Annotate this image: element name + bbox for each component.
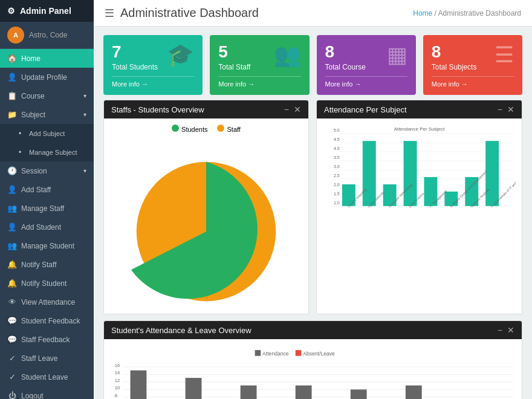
attendance-close-btn[interactable]: ✕	[507, 325, 514, 335]
stat-icon: ☰	[495, 42, 514, 68]
username: Astro, Code	[29, 31, 67, 39]
sidebar-item-logout[interactable]: ⏻ Logout	[0, 386, 94, 399]
manage-student-icon: 👥	[7, 241, 17, 250]
stats-row: 7 Total Students 🎓 More info → 5 Total S…	[94, 27, 532, 100]
breadcrumb-current: Administrative Dashboard	[438, 9, 521, 18]
sidebar-user: A Astro, Code	[0, 22, 94, 49]
attendance-svg: Attendance Absent/Leave 0 2 4 6 8 10 12 …	[110, 345, 516, 399]
breadcrumb-home[interactable]: Home	[413, 9, 432, 18]
sidebar-item-view-attendance[interactable]: 👁 View Attendance	[0, 293, 94, 311]
pie-minimize-btn[interactable]: −	[284, 105, 289, 114]
sidebar-item-subject[interactable]: 📁 Subject ▾	[0, 105, 94, 124]
add-student-icon: 👤	[7, 222, 17, 232]
nav-label: Course	[21, 92, 45, 100]
svg-rect-70	[351, 390, 367, 399]
nav-label: Student Feedback	[21, 317, 80, 325]
menu-toggle[interactable]: ☰	[105, 7, 114, 20]
sidebar-item-student-leave[interactable]: ✓ Student Leave	[0, 368, 94, 386]
sidebar-item-manage-subject[interactable]: • Manage Subject	[0, 143, 94, 161]
bar-subject-controls: − ✕	[498, 105, 514, 114]
pie-svg	[110, 138, 302, 306]
stat-footer[interactable]: More info →	[325, 76, 407, 88]
manage-subject-icon: •	[15, 148, 25, 157]
sidebar-item-notify-staff[interactable]: 🔔 Notify Staff	[0, 255, 94, 274]
svg-text:8: 8	[115, 393, 117, 398]
pie-close-btn[interactable]: ✕	[294, 105, 301, 114]
subject-icon: 📁	[7, 110, 17, 119]
nav-label: Staff Leave	[21, 354, 58, 363]
legend-staff: Staff	[217, 125, 240, 133]
sidebar-item-home[interactable]: 🏠 Home	[0, 49, 94, 68]
svg-rect-64	[241, 386, 257, 399]
sidebar-header: ⚙ Admin Panel	[0, 0, 94, 22]
attendance-minimize-btn[interactable]: −	[498, 325, 502, 335]
attendance-box: Student's Attendance & Leave Overview − …	[103, 320, 522, 399]
nav-label: Add Student	[21, 223, 61, 232]
svg-rect-36	[255, 350, 261, 356]
bar-minimize-btn[interactable]: −	[498, 105, 502, 114]
attendance-controls: − ✕	[498, 325, 514, 335]
add-subject-icon: •	[15, 129, 25, 138]
stat-footer[interactable]: More info →	[112, 76, 194, 88]
nav-label: Manage Staff	[21, 204, 64, 213]
bar-subject-box: Attendance Per Subject − ✕ 5.0 4.5 4.0 3…	[316, 100, 522, 314]
stat-footer[interactable]: More info →	[432, 76, 514, 88]
arrow-icon: ▾	[83, 167, 86, 174]
pie-chart-controls: − ✕	[284, 105, 301, 114]
student-leave-icon: ✓	[7, 372, 17, 381]
nav-label: Add Staff	[21, 186, 51, 194]
svg-text:4.5: 4.5	[334, 137, 340, 141]
svg-rect-58	[131, 371, 147, 399]
sidebar-item-student-feedback[interactable]: 💬 Student Feedback	[0, 311, 94, 330]
attendance-body: Attendance Absent/Leave 0 2 4 6 8 10 12 …	[104, 339, 522, 399]
stat-card-1: 5 Total Staff 👥 More info →	[210, 35, 309, 95]
app-title: Admin Panel	[20, 6, 71, 16]
update-profile-icon: 👤	[7, 73, 17, 82]
sidebar-item-update-profile[interactable]: 👤 Update Profile	[0, 68, 94, 86]
svg-rect-21	[363, 141, 376, 206]
sidebar-item-staff-feedback[interactable]: 💬 Staff Feedback	[0, 330, 94, 349]
sidebar-item-manage-student[interactable]: 👥 Manage Student	[0, 236, 94, 255]
home-icon: 🏠	[7, 54, 17, 63]
stat-card-0: 7 Total Students 🎓 More info →	[103, 35, 203, 95]
add-staff-icon: 👤	[7, 185, 17, 194]
sidebar-item-staff-leave[interactable]: ✓ Staff Leave	[0, 349, 94, 368]
pie-chart-body: Students Staff	[104, 118, 308, 314]
stat-card-3: 8 Total Subjects ☰ More info →	[423, 35, 522, 95]
attendance-title: Student's Attendance & Leave Overview	[111, 326, 251, 335]
nav-label: Student Leave	[21, 373, 68, 381]
nav-label: Session	[21, 167, 47, 175]
sidebar-item-add-student[interactable]: 👤 Add Student	[0, 218, 94, 236]
sidebar-item-notify-student[interactable]: 🔔 Notify Student	[0, 274, 94, 293]
manage-staff-icon: 👥	[7, 204, 17, 213]
stat-footer[interactable]: More info →	[218, 76, 300, 88]
bar-close-btn[interactable]: ✕	[507, 105, 514, 114]
svg-text:2.0: 2.0	[334, 183, 340, 187]
sidebar: ⚙ Admin Panel A Astro, Code 🏠 Home 👤 Upd…	[0, 0, 94, 399]
avatar: A	[7, 27, 24, 44]
sidebar-item-add-subject[interactable]: • Add Subject	[0, 124, 94, 143]
sidebar-item-session[interactable]: 🕐 Session ▾	[0, 161, 94, 180]
nav-label: Staff Feedback	[21, 336, 70, 344]
sidebar-item-manage-staff[interactable]: 👥 Manage Staff	[0, 199, 94, 218]
session-icon: 🕐	[7, 166, 17, 175]
subject-bar-svg: 5.0 4.5 4.0 3.5 3.0 2.5 2.0 1.5 1.0 Atte…	[323, 125, 516, 215]
svg-rect-73	[406, 386, 422, 399]
pie-chart-box: Staffs - Students Overview − ✕ Students …	[103, 100, 309, 314]
pie-chart-header: Staffs - Students Overview − ✕	[104, 100, 308, 118]
sidebar-item-add-staff[interactable]: 👤 Add Staff	[0, 180, 94, 199]
nav-label: Home	[21, 54, 41, 63]
staff-leave-icon: ✓	[7, 354, 17, 363]
page-title: Administrative Dashboard	[120, 6, 259, 20]
sidebar-item-course[interactable]: 📋 Course ▾	[0, 86, 94, 105]
pie-legend: Students Staff	[110, 125, 302, 133]
svg-text:Attendance: Attendance	[262, 351, 289, 357]
svg-text:1.5: 1.5	[334, 192, 340, 196]
nav-label: Subject	[21, 111, 45, 119]
stat-card-2: 8 Total Course ▦ More info →	[317, 35, 416, 95]
svg-text:12: 12	[115, 378, 120, 383]
svg-text:3.0: 3.0	[334, 164, 340, 169]
svg-rect-23	[404, 141, 417, 206]
notify-student-icon: 🔔	[7, 279, 17, 288]
svg-text:10: 10	[115, 386, 120, 391]
